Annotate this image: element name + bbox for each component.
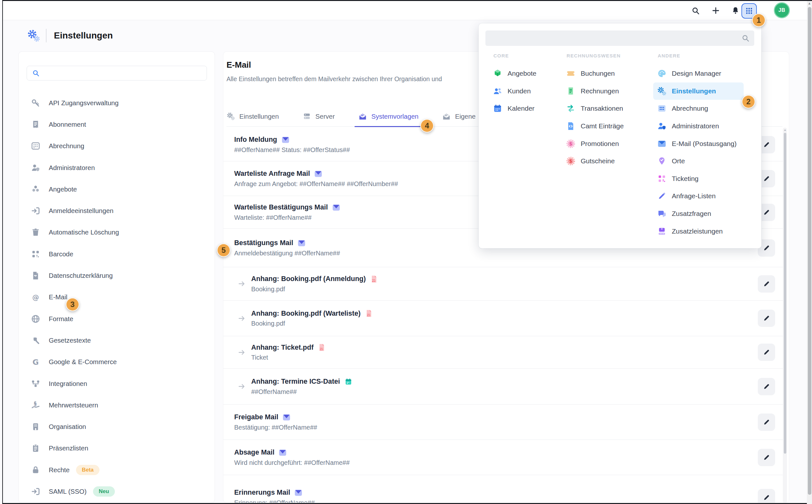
sidebar-item-pr-senzlisten[interactable]: Präsenzlisten: [19, 438, 215, 459]
svg-text:@: @: [32, 293, 39, 301]
google-g-icon: G: [31, 357, 40, 367]
sidebar-item-integrationen[interactable]: Integrationen: [19, 373, 215, 394]
template-subject: ##OfferName##: [251, 388, 353, 396]
sidebar-item-gesetzestexte[interactable]: Gesetzestexte: [19, 329, 215, 351]
sidebar-search[interactable]: [27, 66, 207, 81]
list-scrollbar[interactable]: ▲: [783, 128, 787, 503]
sidebar-item-anmeldeeinstellungen[interactable]: Anmeldeeinstellungen: [19, 200, 215, 221]
tab-eigene[interactable]: Eigene: [442, 106, 475, 126]
scrollbar-thumb[interactable]: [808, 7, 811, 495]
template-title: Erinnerungs Mail: [234, 489, 290, 497]
row-content: Info Meldung ##OfferName## Status: ##Off…: [234, 136, 350, 154]
edit-button[interactable]: [758, 378, 775, 395]
row-content: Anhang: Ticket.pdfPDF Ticket: [251, 343, 326, 361]
sidebar-item-label: Formate: [49, 315, 73, 323]
app-item-camt-eintr-ge[interactable]: Camt Einträge: [562, 117, 643, 135]
gears-blue-icon: [657, 86, 667, 96]
app-item-design-manager[interactable]: Design Manager: [653, 65, 744, 82]
row-content: Anhang: Booking.pdf (Warteliste)PDF Book…: [251, 309, 373, 327]
key-icon: [31, 98, 40, 108]
sidebar-item-api-zugangsverwaltung[interactable]: API Zugangsverwaltung: [19, 92, 215, 114]
qr-code-icon: [31, 249, 40, 259]
sidebar-item-administratoren[interactable]: Administratoren: [19, 157, 215, 178]
template-subject: Anfrage zum Angebot: ##OfferName## ##Off…: [234, 180, 398, 188]
sidebar-item-automatische-l-schung[interactable]: Automatische Löschung: [19, 222, 215, 243]
badge-beta: Beta: [76, 465, 99, 475]
sidebar-item-abrechnung[interactable]: Abrechnung: [19, 135, 215, 157]
app-item-zusatzfragen[interactable]: Zusatzfragen: [653, 205, 744, 223]
avatar[interactable]: JB: [774, 2, 790, 18]
tab-einstellungen[interactable]: Einstellungen: [227, 106, 279, 126]
list-item-anhang-ticket-pdf[interactable]: Anhang: Ticket.pdfPDF Ticket: [223, 336, 784, 369]
column-header: CORE: [493, 53, 554, 60]
app-item-e-mail-postausgang[interactable]: E-Mail (Postausgang): [653, 135, 744, 152]
scrollbar-thumb[interactable]: [784, 133, 786, 454]
sidebar-item-rechte[interactable]: RechteBeta: [19, 459, 215, 481]
sidebar-item-saml-sso[interactable]: SAML (SSO)Neu: [19, 481, 215, 502]
app-item-abrechnung[interactable]: Abrechnung: [653, 100, 744, 117]
arrow-right-icon: [237, 382, 246, 391]
scroll-up-arrow[interactable]: ▲: [783, 128, 786, 132]
callout-badge-3: 3: [66, 298, 79, 311]
list-item-absage-mail[interactable]: Absage Mail Wird nicht durchgeführt: ##O…: [223, 440, 784, 475]
scroll-up-arrow[interactable]: ▲: [807, 1, 812, 5]
sidebar-item-abonnement[interactable]: Abonnement: [19, 114, 215, 135]
sidebar-item-google-e-commerce[interactable]: GGoogle & E-Commerce: [19, 351, 215, 373]
app-item-buchungen[interactable]: Buchungen: [562, 65, 643, 82]
sidebar-search-input[interactable]: [44, 70, 201, 77]
edit-button[interactable]: [758, 489, 775, 503]
app-launcher-search[interactable]: [485, 30, 754, 46]
window-left-edge: [2, 0, 3, 504]
plus-icon[interactable]: [711, 6, 720, 15]
edit-button[interactable]: [758, 310, 775, 327]
app-item-orte[interactable]: Orte: [653, 152, 744, 170]
app-item-ticketing[interactable]: Ticketing: [653, 170, 744, 188]
sidebar-item-angebote[interactable]: Angebote: [19, 178, 215, 200]
app-launcher-search-input[interactable]: [491, 35, 741, 42]
sidebar-item-e-mail[interactable]: @E-Mail: [19, 286, 215, 308]
chat-indigo-icon: [657, 209, 667, 218]
app-item-label: Promotionen: [581, 140, 619, 148]
mail-open-icon: [358, 112, 367, 121]
app-item-rechnungen[interactable]: Rechnungen: [562, 82, 643, 100]
app-item-angebote[interactable]: Angebote: [489, 65, 554, 82]
app-item-anfrage-listen[interactable]: Anfrage-Listen: [653, 187, 744, 205]
app-item-gutscheine[interactable]: $Gutscheine: [562, 152, 643, 170]
edit-button[interactable]: [758, 449, 775, 466]
sidebar-item-barcode[interactable]: Barcode: [19, 243, 215, 265]
bell-icon[interactable]: [731, 6, 740, 15]
column-header: RECHNUNGSWESEN: [567, 53, 643, 60]
sidebar-item-mehrwertsteuern[interactable]: $$Mehrwertsteuern: [19, 394, 215, 416]
app-item-kalender[interactable]: Kalender: [489, 100, 554, 117]
edit-button[interactable]: [758, 414, 775, 431]
callout-badge-2: 2: [742, 95, 755, 108]
cube-3d-icon: [493, 69, 502, 78]
edit-button[interactable]: [758, 275, 775, 293]
browser-scrollbar[interactable]: ▲: [807, 0, 812, 504]
list-item-anhang-booking-pdf-warteliste[interactable]: Anhang: Booking.pdf (Warteliste)PDF Book…: [223, 301, 784, 336]
tab-server[interactable]: Server: [303, 106, 335, 126]
app-item-transaktionen[interactable]: Transaktionen: [562, 100, 643, 117]
list-item-erinnerungs-mail[interactable]: Erinnerungs Mail Erinnerung: ##OfferName…: [223, 475, 784, 503]
app-item-administratoren[interactable]: Administratoren: [653, 117, 744, 135]
list-item-anhang-termine-ics-datei[interactable]: Anhang: Termine ICS-Datei ##OfferName##: [223, 369, 784, 405]
app-item-promotionen[interactable]: $Promotionen: [562, 135, 643, 152]
app-item-zusatzleistungen[interactable]: Zusatzleistungen: [653, 222, 744, 240]
search-icon[interactable]: [691, 6, 700, 15]
section-title: E-Mail: [227, 60, 251, 70]
login-arrow-icon: [31, 487, 40, 496]
sidebar-item-datenschutzerkl-rung[interactable]: Datenschutzerklärung: [19, 265, 215, 286]
sidebar-item-formate[interactable]: Formate: [19, 308, 215, 329]
globe-icon: [31, 314, 40, 324]
list-item-freigabe-mail[interactable]: Freigabe Mail Bestätigung: ##OfferName##: [223, 405, 784, 440]
sidebar-item-organisation[interactable]: Organisation: [19, 416, 215, 437]
receipt-icon: [31, 120, 40, 129]
app-item-label: Camt Einträge: [581, 122, 624, 130]
pencil-icon: [763, 454, 770, 461]
app-item-kunden[interactable]: Kunden: [489, 82, 554, 100]
tab-systemvorlagen[interactable]: Systemvorlagen: [358, 106, 418, 126]
app-item-einstellungen[interactable]: Einstellungen: [653, 82, 744, 100]
envelope-icon: [282, 413, 291, 422]
list-item-anhang-booking-pdf-anmeldung[interactable]: Anhang: Booking.pdf (Anmeldung)PDF Booki…: [223, 267, 784, 301]
edit-button[interactable]: [758, 344, 775, 361]
